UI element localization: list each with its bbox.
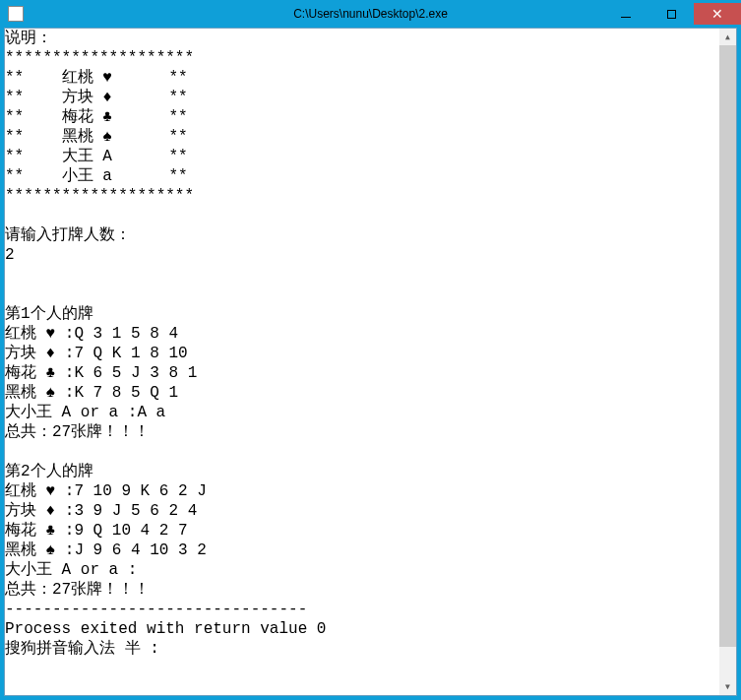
scrollbar-track[interactable]	[719, 45, 736, 678]
window-controls: ✕	[603, 3, 741, 25]
scroll-up-button[interactable]: ▲	[719, 29, 736, 45]
titlebar[interactable]: C:\Users\nunu\Desktop\2.exe ✕	[0, 0, 741, 28]
scroll-down-button[interactable]: ▼	[719, 678, 736, 695]
chevron-down-icon: ▼	[725, 682, 730, 691]
app-window: C:\Users\nunu\Desktop\2.exe ✕ 说明： ******…	[0, 0, 741, 700]
minimize-button[interactable]	[603, 3, 648, 25]
minimize-icon	[621, 17, 631, 18]
app-icon	[8, 6, 24, 22]
restore-icon	[667, 10, 676, 19]
vertical-scrollbar[interactable]: ▲ ▼	[719, 29, 736, 695]
chevron-up-icon: ▲	[725, 32, 730, 41]
scrollbar-thumb[interactable]	[719, 45, 736, 647]
close-button[interactable]: ✕	[694, 3, 741, 25]
close-icon: ✕	[711, 7, 723, 21]
maximize-button[interactable]	[648, 3, 694, 25]
window-title: C:\Users\nunu\Desktop\2.exe	[293, 7, 448, 21]
content-area: 说明： ******************** ** 红桃 ♥ ** ** 方…	[4, 28, 737, 696]
console-output: 说明： ******************** ** 红桃 ♥ ** ** 方…	[5, 29, 719, 695]
